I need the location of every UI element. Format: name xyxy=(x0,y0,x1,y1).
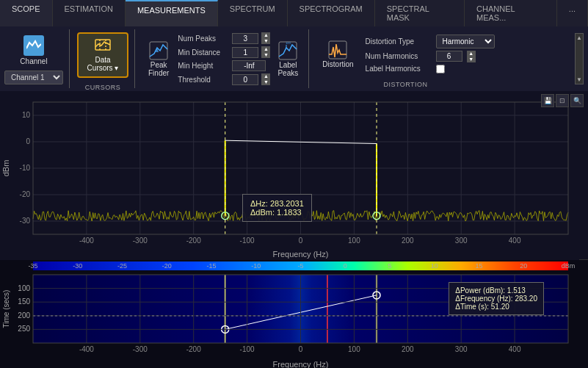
distortion-type-row: Distortion Type Harmonic Intermodulation xyxy=(366,35,495,48)
tab-estimation[interactable]: ESTIMATION xyxy=(53,0,126,26)
channel-group: Channel Channel 1 CHANNEL xyxy=(4,29,70,88)
channel-select[interactable]: Channel 1 xyxy=(4,71,63,84)
num-harmonics-input[interactable] xyxy=(436,51,462,62)
min-distance-input[interactable] xyxy=(232,47,258,58)
distortion-type-select[interactable]: Harmonic Intermodulation xyxy=(436,35,495,48)
top-chart: 💾 ⊡ 🔍 ΔHz: 283.2031 ΔdBm: 1.1833 xyxy=(0,91,588,260)
min-height-input[interactable] xyxy=(232,60,266,71)
chart-save-btn[interactable]: 💾 xyxy=(541,94,554,107)
label-harmonics-row: Label Harmonics xyxy=(366,65,495,73)
threshold-label: Threshold xyxy=(178,76,229,84)
peaks-controls: Num Peaks ▲ ▼ Min Distance ▲ ▼ xyxy=(178,32,270,85)
svg-rect-3 xyxy=(150,42,167,59)
cursors-group-content: Data Cursors ▾ xyxy=(77,29,128,81)
bottom-chart: ΔPower (dBm): 1.513 ΔFrequency (Hz): 283… xyxy=(0,260,588,368)
num-harmonics-spinner[interactable]: ▲ ▼ xyxy=(467,51,476,62)
chart-copy-btn[interactable]: ⊡ xyxy=(556,94,569,107)
ribbon-scroll-down[interactable]: ▼ xyxy=(576,76,582,83)
tab-bar: SCOPE ESTIMATION MEASUREMENTS SPECTRUM S… xyxy=(0,0,588,26)
min-distance-up[interactable]: ▲ xyxy=(261,46,270,52)
distortion-icon xyxy=(327,40,348,60)
data-cursors-label2: Cursors ▾ xyxy=(87,64,119,72)
min-distance-row: Min Distance ▲ ▼ xyxy=(178,46,270,58)
label-peaks-label: Label xyxy=(279,61,297,69)
label-peaks-icon: 123 xyxy=(277,40,298,61)
tab-spectral-mask[interactable]: SPECTRAL MASK xyxy=(375,0,465,26)
data-cursors-label: Data xyxy=(95,56,110,64)
min-height-row: Min Height xyxy=(178,60,270,71)
num-harmonics-row: Num Harmonics ▲ ▼ xyxy=(366,51,495,62)
label-harmonics-label: Label Harmonics xyxy=(366,65,432,73)
ribbon: Channel Channel 1 CHANNEL Data Cursors ▾ xyxy=(0,26,588,91)
data-cursors-button[interactable]: Data Cursors ▾ xyxy=(77,32,128,78)
cursors-group: Data Cursors ▾ CURSORS xyxy=(77,29,135,88)
threshold-input[interactable] xyxy=(232,74,258,85)
peaks-group-content: Peak Finder Num Peaks ▲ ▼ Min Distance xyxy=(142,29,302,88)
chart-zoom-btn[interactable]: 🔍 xyxy=(570,94,584,107)
top-chart-canvas[interactable] xyxy=(0,91,579,260)
channel-icon xyxy=(26,40,41,51)
data-cursors-icon xyxy=(92,38,113,56)
distortion-group-label: DISTORTION xyxy=(316,78,494,88)
tab-spectrum[interactable]: SPECTRUM xyxy=(218,0,288,26)
threshold-down[interactable]: ▼ xyxy=(261,79,270,85)
num-harmonics-down[interactable]: ▼ xyxy=(467,57,476,62)
threshold-up[interactable]: ▲ xyxy=(261,73,270,79)
distortion-type-label: Distortion Type xyxy=(366,37,432,46)
num-peaks-down[interactable]: ▼ xyxy=(261,38,270,44)
tab-scope[interactable]: SCOPE xyxy=(0,0,53,26)
chart-toolbar: 💾 ⊡ 🔍 xyxy=(541,94,584,107)
min-height-label: Min Height xyxy=(178,62,229,70)
bottom-chart-canvas[interactable] xyxy=(0,260,579,368)
num-peaks-spinner[interactable]: ▲ ▼ xyxy=(261,32,270,44)
peaks-group: Peak Finder Num Peaks ▲ ▼ Min Distance xyxy=(142,29,309,88)
distortion-controls: Distortion Type Harmonic Intermodulation… xyxy=(366,35,495,73)
label-harmonics-checkbox[interactable] xyxy=(436,65,445,73)
num-peaks-row: Num Peaks ▲ ▼ xyxy=(178,32,270,44)
distortion-btn-label: Distortion xyxy=(322,60,353,68)
threshold-spinner[interactable]: ▲ ▼ xyxy=(261,73,270,85)
tab-more[interactable]: ... xyxy=(557,0,588,26)
distortion-button[interactable]: Distortion xyxy=(316,37,359,71)
tab-measurements[interactable]: MEASUREMENTS xyxy=(126,0,218,26)
ribbon-scroll-up[interactable]: ▲ xyxy=(576,35,582,41)
threshold-row: Threshold ▲ ▼ xyxy=(178,73,270,85)
num-peaks-input[interactable] xyxy=(232,33,258,44)
distortion-group-content: Distortion Distortion Type Harmonic Inte… xyxy=(316,29,494,78)
peak-finder-button[interactable]: Peak Finder xyxy=(142,37,175,80)
label-peaks-button[interactable]: 123 Label Peaks xyxy=(273,37,302,80)
peak-finder-label: Peak xyxy=(150,61,167,69)
cursors-group-label: CURSORS xyxy=(77,81,128,91)
distortion-group: Distortion Distortion Type Harmonic Inte… xyxy=(316,29,500,88)
min-distance-down[interactable]: ▼ xyxy=(261,52,270,58)
svg-text:123: 123 xyxy=(286,41,291,45)
tab-spectrogram[interactable]: SPECTROGRAM xyxy=(288,0,375,26)
min-distance-label: Min Distance xyxy=(178,48,229,57)
num-harmonics-label: Num Harmonics xyxy=(366,52,432,60)
channel-group-content: Channel Channel 1 xyxy=(4,29,63,87)
ribbon-scrollbar[interactable]: ▲ ▼ xyxy=(575,29,584,88)
peak-finder-label2: Finder xyxy=(148,69,169,77)
min-distance-spinner[interactable]: ▲ ▼ xyxy=(261,46,270,58)
peak-finder-icon xyxy=(148,40,169,61)
channel-btn-label: Channel xyxy=(20,57,47,65)
channel-button[interactable]: Channel xyxy=(12,32,56,68)
charts-area: 💾 ⊡ 🔍 ΔHz: 283.2031 ΔdBm: 1.1833 ΔPower … xyxy=(0,91,588,368)
label-peaks-label2: Peaks xyxy=(277,69,298,77)
num-harmonics-up[interactable]: ▲ xyxy=(467,51,476,57)
tab-channel-meas[interactable]: CHANNEL MEAS... xyxy=(465,0,557,26)
num-peaks-up[interactable]: ▲ xyxy=(261,32,270,38)
num-peaks-label: Num Peaks xyxy=(178,35,229,43)
